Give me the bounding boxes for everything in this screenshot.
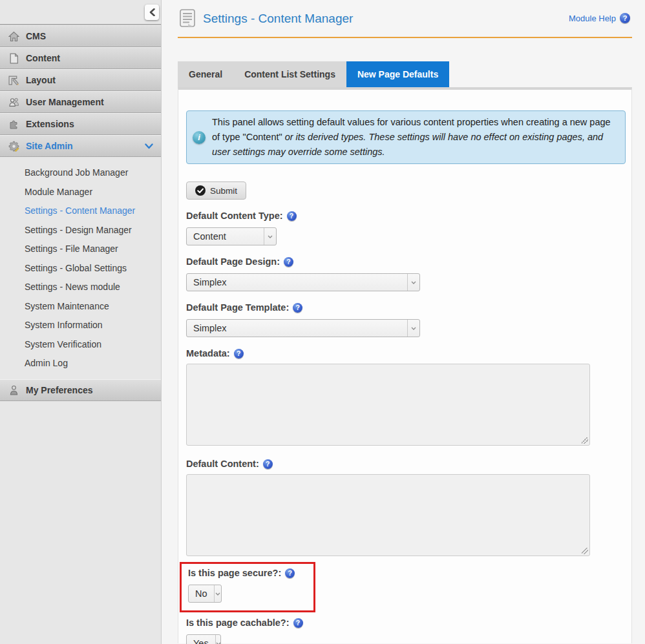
- select-value: Simplex: [187, 274, 407, 291]
- chevron-down-icon: [215, 635, 221, 644]
- document-icon: [8, 52, 20, 65]
- page-cachable-select[interactable]: Yes: [186, 634, 221, 644]
- sidebar-item-label: Extensions: [26, 119, 153, 129]
- sidebar-item-settings-design-manager[interactable]: Settings - Design Manager: [0, 221, 161, 240]
- help-icon[interactable]: ?: [285, 568, 295, 578]
- label-text: Default Page Design:: [186, 256, 280, 267]
- sidebar-item-label: Layout: [26, 75, 153, 85]
- site-admin-submenu: Background Job Manager Module Manager Se…: [0, 157, 161, 379]
- sidebar-item-site-admin[interactable]: Site Admin: [0, 135, 161, 157]
- select-value: Simplex: [187, 320, 407, 337]
- label-text: Default Content Type:: [186, 211, 283, 221]
- default-page-template-select[interactable]: Simplex: [186, 319, 420, 337]
- sidebar-item-my-preferences[interactable]: My Preferences: [0, 379, 161, 401]
- sidebar-item-label: User Management: [26, 97, 153, 107]
- tab-general[interactable]: General: [178, 61, 233, 87]
- sidebar-item-settings-global-settings[interactable]: Settings - Global Settings: [0, 259, 161, 278]
- field-label-default-content-type: Default Content Type: ?: [186, 211, 631, 221]
- label-text: Default Content:: [186, 459, 259, 469]
- tab-bar: General Content List Settings New Page D…: [178, 61, 645, 87]
- select-value: Yes: [187, 635, 215, 644]
- sidebar-item-label: My Preferences: [26, 385, 153, 395]
- sidebar-item-label: CMS: [26, 31, 153, 41]
- chevron-down-icon: [407, 274, 419, 291]
- sidebar-item-cms[interactable]: CMS: [0, 25, 161, 47]
- sidebar: CMS Content Layout User Management Exten: [0, 0, 162, 644]
- tab-panel-new-page-defaults: i This panel allows setting default valu…: [178, 87, 632, 643]
- sidebar-item-system-maintenance[interactable]: System Maintenance: [0, 297, 161, 317]
- default-page-design-select[interactable]: Simplex: [186, 273, 420, 291]
- submit-button-label: Submit: [210, 186, 237, 196]
- info-panel: i This panel allows setting default valu…: [186, 110, 626, 164]
- default-content-type-select[interactable]: Content: [186, 227, 277, 245]
- help-icon[interactable]: ?: [234, 349, 244, 358]
- users-icon: [8, 96, 20, 109]
- user-icon: [8, 384, 20, 396]
- resize-grip-icon[interactable]: [582, 548, 588, 554]
- chevron-down-icon: [264, 228, 276, 245]
- chevron-down-icon: [214, 585, 221, 602]
- label-text: Is this page cachable?:: [186, 618, 290, 628]
- tab-new-page-defaults[interactable]: New Page Defaults: [346, 61, 449, 87]
- field-label-page-secure: Is this page secure?: ?: [188, 568, 307, 578]
- page-header: Settings - Content Manager Module Help ?: [162, 0, 645, 37]
- select-value: No: [189, 585, 214, 602]
- help-icon: ?: [620, 13, 630, 23]
- label-text: Default Page Template:: [186, 302, 289, 313]
- help-icon[interactable]: ?: [263, 459, 273, 469]
- tab-content-list-settings[interactable]: Content List Settings: [233, 61, 346, 87]
- sidebar-item-admin-log[interactable]: Admin Log: [0, 354, 161, 373]
- sidebar-collapse-button[interactable]: [145, 5, 159, 20]
- chevron-down-icon: [145, 143, 153, 149]
- field-label-default-page-design: Default Page Design: ?: [186, 256, 631, 267]
- module-help-label: Module Help: [569, 14, 616, 23]
- page-title-icon: [180, 9, 195, 28]
- home-icon: [8, 30, 20, 43]
- chevron-left-icon: [149, 8, 155, 16]
- label-text: Metadata:: [186, 348, 230, 358]
- check-icon: [195, 185, 206, 196]
- sidebar-top-strip: [0, 0, 161, 25]
- sidebar-item-settings-content-manager[interactable]: Settings - Content Manager: [0, 202, 161, 221]
- info-icon: i: [193, 131, 206, 144]
- annotation-highlight-box: Is this page secure?: ? No: [180, 562, 315, 612]
- sidebar-item-settings-news-module[interactable]: Settings - News module: [0, 278, 161, 297]
- puzzle-icon: [8, 118, 20, 130]
- layout-icon: [8, 74, 20, 87]
- field-label-default-content: Default Content: ?: [186, 459, 631, 469]
- chevron-down-icon: [407, 320, 419, 337]
- module-help-link[interactable]: Module Help ?: [569, 13, 630, 23]
- sidebar-item-layout[interactable]: Layout: [0, 69, 161, 91]
- help-icon[interactable]: ?: [293, 303, 302, 313]
- sidebar-item-user-management[interactable]: User Management: [0, 91, 161, 113]
- field-label-metadata: Metadata: ?: [186, 348, 631, 358]
- help-icon[interactable]: ?: [284, 257, 293, 267]
- sidebar-item-system-information[interactable]: System Information: [0, 316, 161, 335]
- gear-icon: [8, 140, 20, 152]
- help-icon[interactable]: ?: [287, 211, 297, 221]
- page-secure-select[interactable]: No: [188, 585, 222, 603]
- sidebar-item-label: Content: [26, 53, 153, 63]
- field-label-default-page-template: Default Page Template: ?: [186, 302, 631, 313]
- header-divider: [178, 37, 632, 38]
- default-content-textarea[interactable]: [186, 474, 590, 556]
- info-panel-text: This panel allows setting default values…: [212, 115, 615, 160]
- sidebar-item-module-manager[interactable]: Module Manager: [0, 183, 161, 202]
- field-label-page-cachable: Is this page cachable?: ?: [186, 618, 631, 628]
- sidebar-item-label: Site Admin: [26, 141, 145, 151]
- help-icon[interactable]: ?: [293, 618, 303, 628]
- app-window: CMS Content Layout User Management Exten: [0, 0, 645, 644]
- main-area: Settings - Content Manager Module Help ?…: [162, 0, 645, 644]
- submit-button[interactable]: Submit: [186, 182, 246, 200]
- resize-grip-icon[interactable]: [582, 437, 588, 444]
- label-text: Is this page secure?:: [188, 568, 281, 578]
- sidebar-item-extensions[interactable]: Extensions: [0, 113, 161, 135]
- select-value: Content: [187, 228, 264, 245]
- page-title: Settings - Content Manager: [203, 12, 353, 26]
- sidebar-item-content[interactable]: Content: [0, 47, 161, 69]
- metadata-textarea[interactable]: [186, 364, 590, 446]
- sidebar-item-settings-file-manager[interactable]: Settings - File Manager: [0, 240, 161, 259]
- sidebar-item-system-verification[interactable]: System Verification: [0, 335, 161, 355]
- sidebar-item-background-job-manager[interactable]: Background Job Manager: [0, 163, 161, 183]
